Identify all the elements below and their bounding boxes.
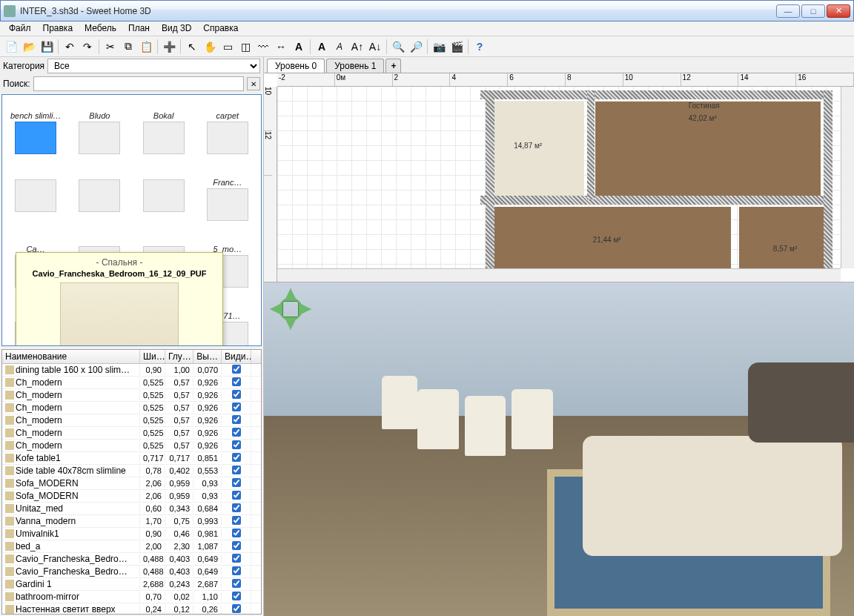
nav-right-icon[interactable]: [298, 302, 311, 316]
cut-icon[interactable]: ✂: [102, 39, 119, 55]
menu-3d[interactable]: Вид 3D: [156, 21, 197, 36]
table-row[interactable]: Cavio_Francheska_Bedro…0,4880,4030,649: [2, 553, 261, 566]
add-furniture-icon[interactable]: ➕: [161, 39, 177, 55]
close-button[interactable]: ✕: [827, 4, 850, 18]
paste-icon[interactable]: 📋: [138, 39, 154, 55]
floor-plan[interactable]: Гостиная42,02 м²14,87 м²21,44 м²8,57 м²: [277, 87, 841, 268]
visible-checkbox[interactable]: [232, 541, 241, 550]
menu-help[interactable]: Справка: [197, 21, 244, 36]
table-row[interactable]: Ch_modern0,5250,570,926: [2, 427, 261, 440]
catalog-item[interactable]: Franc…: [197, 178, 258, 224]
visible-checkbox[interactable]: [232, 403, 241, 411]
plan-scrollbar-v[interactable]: [841, 87, 854, 268]
copy-icon[interactable]: ⧉: [120, 39, 136, 55]
plan-scrollbar-h[interactable]: [277, 268, 841, 282]
table-row[interactable]: bathroom-mirror0,700,021,10: [2, 591, 261, 603]
col-height[interactable]: Вы…: [193, 350, 222, 363]
catalog-item[interactable]: Bludo: [69, 111, 130, 157]
col-depth[interactable]: Глу…: [165, 350, 193, 363]
visible-checkbox[interactable]: [232, 478, 241, 487]
table-row[interactable]: Настенная светит вверх0,240,120,26: [2, 603, 261, 614]
maximize-button[interactable]: □: [801, 4, 825, 18]
new-icon[interactable]: 📄: [3, 39, 19, 55]
visible-checkbox[interactable]: [232, 428, 241, 437]
visible-checkbox[interactable]: [232, 466, 241, 474]
3d-view[interactable]: [264, 282, 854, 616]
catalog-item[interactable]: bench slimli…: [5, 111, 66, 157]
table-row[interactable]: Ch_modern0,5250,570,926: [2, 389, 261, 402]
table-body[interactable]: dining table 160 x 100 slim…0,901,000,07…: [2, 364, 261, 614]
tab-add-level[interactable]: +: [385, 59, 401, 73]
menu-edit[interactable]: Правка: [37, 21, 79, 36]
menu-furniture[interactable]: Мебель: [79, 21, 122, 36]
visible-checkbox[interactable]: [232, 491, 241, 500]
pan-icon[interactable]: ✋: [202, 39, 218, 55]
table-row[interactable]: Umivalnik10,900,460,981: [2, 528, 261, 540]
search-input[interactable]: [33, 76, 244, 91]
table-row[interactable]: Unitaz_med0,600,3430,684: [2, 503, 261, 515]
table-row[interactable]: Sofa_MODERN2,060,9590,93: [2, 490, 261, 503]
visible-checkbox[interactable]: [232, 503, 241, 512]
table-row[interactable]: Sofa_MODERN2,060,9590,93: [2, 477, 261, 490]
table-row[interactable]: Vanna_modern1,700,750,993: [2, 515, 261, 528]
visible-checkbox[interactable]: [232, 440, 241, 449]
zoom-out-icon[interactable]: 🔍: [390, 39, 406, 55]
redo-icon[interactable]: ↷: [79, 39, 96, 55]
catalog-item[interactable]: Bokal: [133, 111, 194, 157]
text-icon[interactable]: A: [291, 39, 307, 55]
table-row[interactable]: dining table 160 x 100 slim…0,901,000,07…: [2, 364, 261, 377]
catalog-item[interactable]: carpet: [197, 111, 258, 157]
clear-search-icon[interactable]: ✕: [247, 77, 260, 90]
text-size-down-icon[interactable]: A↓: [367, 39, 383, 55]
visible-checkbox[interactable]: [232, 390, 241, 399]
visible-checkbox[interactable]: [232, 604, 241, 613]
tab-level-1[interactable]: Уровень 1: [326, 59, 384, 73]
col-visible[interactable]: Види…: [222, 350, 251, 363]
table-row[interactable]: Side table 40x78cm slimline0,780,4020,55…: [2, 465, 261, 477]
visible-checkbox[interactable]: [232, 453, 241, 462]
help-icon[interactable]: ?: [471, 39, 488, 55]
nav-left-icon[interactable]: [270, 302, 283, 316]
visible-checkbox[interactable]: [232, 529, 241, 537]
table-row[interactable]: Kofe table10,7170,7170,851: [2, 452, 261, 465]
visible-checkbox[interactable]: [232, 554, 241, 563]
table-row[interactable]: Gardini 12,6880,2432,687: [2, 578, 261, 591]
table-row[interactable]: Ch_modern0,5250,570,926: [2, 440, 261, 452]
col-width[interactable]: Ши…: [140, 350, 165, 363]
menu-plan[interactable]: План: [122, 21, 156, 36]
room-icon[interactable]: ◫: [237, 39, 254, 55]
select-icon[interactable]: ↖: [184, 39, 200, 55]
zoom-in-icon[interactable]: 🔎: [408, 39, 424, 55]
visible-checkbox[interactable]: [232, 415, 241, 424]
dimension-icon[interactable]: ↔: [273, 39, 289, 55]
table-row[interactable]: Ch_modern0,5250,570,926: [2, 402, 261, 414]
undo-icon[interactable]: ↶: [62, 39, 78, 55]
plan-view[interactable]: -20м246810121416 1012 Гостиная42,02 м²14…: [264, 73, 854, 282]
save-icon[interactable]: 💾: [39, 39, 55, 55]
visible-checkbox[interactable]: [232, 579, 241, 588]
minimize-button[interactable]: —: [776, 4, 800, 18]
table-row[interactable]: bed_a2,002,301,087: [2, 540, 261, 553]
wall-icon[interactable]: ▭: [219, 39, 236, 55]
photo-icon[interactable]: 📷: [431, 39, 447, 55]
catalog-item[interactable]: [69, 178, 130, 224]
text-size-up-icon[interactable]: A↑: [349, 39, 365, 55]
visible-checkbox[interactable]: [232, 365, 241, 374]
video-icon[interactable]: 🎬: [448, 39, 465, 55]
catalog-item[interactable]: [5, 178, 66, 224]
nav-up-icon[interactable]: [284, 288, 297, 302]
visible-checkbox[interactable]: [232, 377, 241, 386]
table-row[interactable]: Ch_modern0,5250,570,926: [2, 414, 261, 427]
catalog-item[interactable]: [133, 178, 194, 224]
menu-file[interactable]: Файл: [3, 21, 37, 36]
visible-checkbox[interactable]: [232, 516, 241, 525]
visible-checkbox[interactable]: [232, 566, 241, 575]
polyline-icon[interactable]: 〰: [255, 39, 271, 55]
table-row[interactable]: Ch_modern0,5250,570,926: [2, 377, 261, 389]
nav-down-icon[interactable]: [284, 317, 297, 330]
open-icon[interactable]: 📂: [21, 39, 37, 55]
visible-checkbox[interactable]: [232, 592, 241, 600]
furniture-catalog[interactable]: bench slimli…BludoBokalcarpetFranc…Ca…5_…: [1, 94, 262, 346]
col-name[interactable]: Наименование: [2, 350, 140, 363]
table-row[interactable]: Cavio_Francheska_Bedro…0,4880,4030,649: [2, 566, 261, 578]
